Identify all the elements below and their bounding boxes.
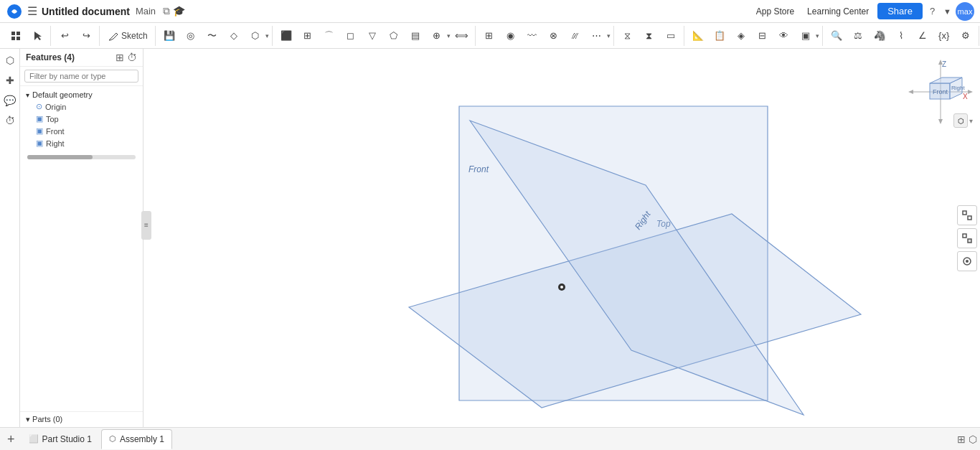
bottom-icon-1[interactable]: ⊞	[957, 433, 966, 445]
app-logo[interactable]	[6, 3, 23, 20]
curve-pattern-button[interactable]: 〰	[522, 26, 542, 46]
zebra-button[interactable]: 🦓	[870, 26, 890, 46]
fit-view-button[interactable]	[957, 205, 977, 225]
tree-item-top[interactable]: ▣ Top	[20, 113, 143, 125]
tree-item-right[interactable]: ▣ Right	[20, 137, 143, 149]
properties-button[interactable]: 📋	[710, 26, 730, 46]
revolve-button[interactable]: ◎	[181, 26, 201, 46]
filter-input[interactable]	[24, 70, 138, 83]
svg-text:Z: Z	[942, 60, 946, 68]
collapse-handle[interactable]: ≡	[141, 211, 151, 240]
circular-pattern-button[interactable]: ◉	[501, 26, 521, 46]
shell-button[interactable]: ▽	[362, 26, 382, 46]
add-tab-button[interactable]: +	[3, 429, 19, 449]
mass-button[interactable]: ⚖	[848, 26, 868, 46]
view-cube-icon[interactable]: ⬡	[953, 113, 968, 128]
undo-button[interactable]: ↩	[55, 26, 75, 46]
right-tools	[957, 205, 977, 271]
hole-button[interactable]: ⊗	[544, 26, 564, 46]
svg-rect-23	[968, 216, 971, 220]
boolean-button[interactable]: ⊞	[298, 26, 318, 46]
tree-item-front[interactable]: ▣ Front	[20, 125, 143, 137]
document-title: Untitled document	[42, 6, 130, 17]
section-view-button[interactable]: ⊟	[753, 26, 773, 46]
view-dropdown[interactable]: ▣ ▾	[796, 26, 819, 46]
chamfer-button[interactable]: ◻	[341, 26, 361, 46]
solid-button[interactable]: ⬡	[245, 26, 265, 46]
save-button[interactable]: 💾	[159, 26, 179, 46]
tab-assembly-1[interactable]: ⬡ Assembly 1	[101, 429, 172, 449]
configs-button[interactable]: ⚙	[956, 26, 976, 46]
feature-history-icon[interactable]: ⏱	[127, 52, 137, 63]
rib-button[interactable]: ▤	[405, 26, 425, 46]
sketch-button[interactable]: Sketch	[103, 26, 152, 46]
view-button[interactable]: ▣	[796, 26, 816, 46]
transform-button[interactable]: ⊕	[427, 26, 447, 46]
loft-button[interactable]: ◇	[224, 26, 244, 46]
select-button[interactable]	[27, 26, 47, 46]
render-mode-button[interactable]	[957, 251, 977, 271]
tab-part-studio-1[interactable]: ⬜ Part Studio 1	[21, 429, 100, 449]
parts-section[interactable]: ▾ Parts (0)	[20, 411, 143, 427]
parts-chevron: ▾	[26, 415, 30, 423]
solid-dropdown[interactable]: ⬡ ▾	[245, 26, 269, 46]
more-dropdown[interactable]: ⋯ ▾	[587, 26, 611, 46]
curvature-button[interactable]: ⌇	[891, 26, 911, 46]
hamburger-menu[interactable]: ☰	[27, 4, 37, 18]
parts-label: Parts (0)	[32, 415, 62, 423]
tree-item-origin[interactable]: ⊙ Origin	[20, 100, 143, 113]
bottom-bar: + ⬜ Part Studio 1 ⬡ Assembly 1 ⊞ ⬡	[0, 427, 980, 450]
variables-button[interactable]: {x}	[934, 26, 954, 46]
svg-marker-13	[908, 90, 913, 94]
redo-button[interactable]: ↪	[76, 26, 96, 46]
transform-dropdown[interactable]: ⊕ ▾	[427, 26, 451, 46]
split-button[interactable]: ⧖	[618, 26, 638, 46]
view-dropdown-arrow: ▾	[816, 32, 819, 39]
bottom-icon-2[interactable]: ⬡	[969, 433, 977, 445]
part-studio-icon: ⬜	[29, 434, 39, 444]
help-button[interactable]: ?	[927, 4, 938, 18]
user-avatar[interactable]: max	[956, 2, 974, 21]
sweep-button[interactable]: 〜	[202, 26, 222, 46]
nav-cube[interactable]: Z X Front Right ⬡ ▾	[908, 56, 973, 128]
toolbar-group-extrude: 💾 ◎ 〜 ◇ ⬡ ▾	[156, 26, 273, 46]
render-button[interactable]: ◈	[731, 26, 751, 46]
copy-icon[interactable]: ⧉	[163, 5, 170, 17]
more-button[interactable]: ⋯	[587, 26, 607, 46]
default-geometry-group[interactable]: ▾ Default geometry	[20, 89, 143, 100]
sidebar-parts-icon[interactable]: ⬡	[1, 52, 19, 69]
offset-button[interactable]: ▭	[661, 26, 681, 46]
feature-expand-icon[interactable]: ⊞	[116, 52, 124, 63]
scrollbar-thumb	[27, 155, 93, 159]
canvas-area[interactable]: Front Top Right Z X	[143, 49, 980, 427]
sketch-label: Sketch	[121, 31, 148, 41]
top-plane-icon: ▣	[36, 114, 43, 123]
mirror-button[interactable]: ⟺	[452, 26, 472, 46]
display-button[interactable]: 👁	[774, 26, 794, 46]
sidebar-add-icon[interactable]: ✚	[1, 72, 19, 89]
measure-button[interactable]: 📐	[688, 26, 708, 46]
draft2-button[interactable]: ∠	[913, 26, 933, 46]
linear-pattern-button[interactable]: ⊞	[479, 26, 499, 46]
toolbar-tools-icon[interactable]	[6, 26, 26, 46]
split2-button[interactable]: ⧗	[639, 26, 659, 46]
sidebar-comment-icon[interactable]: 💬	[1, 92, 19, 109]
horizontal-scrollbar[interactable]	[27, 155, 136, 159]
thread-button[interactable]: ⫻	[565, 26, 585, 46]
default-geometry-label: Default geometry	[32, 90, 93, 99]
extrude-button[interactable]: ⬛	[276, 26, 296, 46]
analysis-button[interactable]: 🔍	[826, 26, 847, 46]
zoom-button[interactable]	[957, 228, 977, 248]
draft-button[interactable]: ⬠	[384, 26, 404, 46]
toolbar-group-shapes: ⬛ ⊞ ⌒ ◻ ▽ ⬠ ▤ ⊕ ▾ ⟺	[273, 26, 476, 46]
view-cube-dropdown[interactable]: ▾	[969, 117, 973, 125]
sidebar-history-icon[interactable]: ⏱	[1, 112, 19, 129]
assembly-icon: ⬡	[109, 434, 116, 444]
svg-marker-12	[938, 119, 943, 124]
share-button[interactable]: Share	[877, 3, 923, 19]
fillet-button[interactable]: ⌒	[319, 26, 339, 46]
graduation-icon[interactable]: 🎓	[173, 5, 185, 17]
learning-center-button[interactable]: Learning Center	[803, 5, 873, 18]
svg-text:X: X	[963, 93, 968, 100]
app-store-button[interactable]: App Store	[752, 5, 798, 18]
